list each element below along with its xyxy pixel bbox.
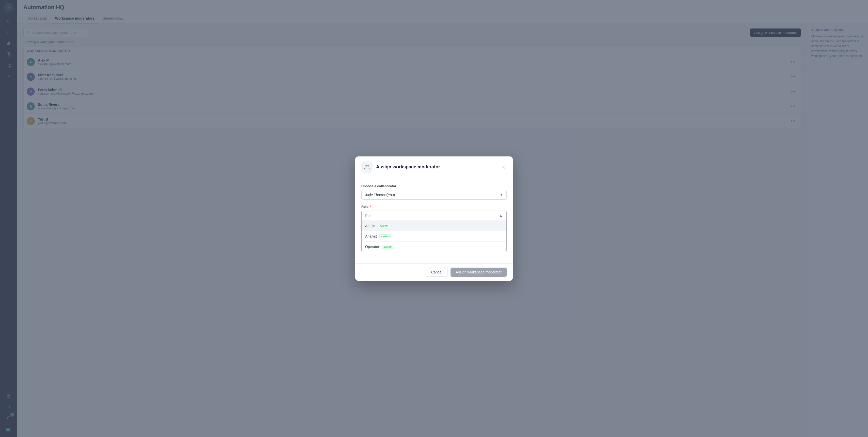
modal-footer: Cancel Assign workspace moderator: [355, 263, 513, 281]
modal-title: Assign workspace moderator: [376, 164, 497, 170]
collaborator-label: Choose a collaborator: [361, 184, 507, 188]
modal-close-button[interactable]: ✕: [500, 164, 507, 171]
assign-moderator-button[interactable]: Assign workspace moderator: [451, 268, 507, 277]
chevron-down-icon: ▼: [500, 193, 503, 197]
required-indicator: *: [369, 205, 371, 209]
modal-body: Choose a collaborator Jude Thomas(You) ▼…: [355, 178, 513, 263]
collaborator-field: Choose a collaborator Jude Thomas(You) ▼: [361, 184, 507, 200]
modal: Assign workspace moderator ✕ Choose a co…: [355, 156, 513, 281]
svg-point-15: [365, 165, 367, 167]
role-option-operator[interactable]: Operator system: [362, 242, 506, 252]
role-field: Role * Role ▲ Admin system Analyst syste…: [361, 205, 507, 252]
collaborator-select-wrapper: Jude Thomas(You) ▼: [361, 190, 507, 200]
role-label: Role *: [361, 205, 507, 209]
cancel-button[interactable]: Cancel: [426, 268, 448, 277]
svg-point-16: [367, 165, 369, 167]
role-option-admin[interactable]: Admin system: [362, 221, 506, 231]
role-option-analyst[interactable]: Analyst system: [362, 231, 506, 242]
modal-icon: [361, 162, 373, 173]
role-select-header[interactable]: Role ▲: [362, 211, 506, 221]
role-placeholder: Role: [365, 214, 373, 218]
role-dropdown[interactable]: Role ▲ Admin system Analyst system Opera…: [361, 211, 507, 252]
chevron-up-icon: ▲: [499, 213, 503, 218]
collaborator-select[interactable]: Jude Thomas(You) ▼: [361, 190, 507, 200]
modal-header: Assign workspace moderator ✕: [355, 156, 513, 178]
modal-overlay[interactable]: Assign workspace moderator ✕ Choose a co…: [0, 0, 868, 437]
